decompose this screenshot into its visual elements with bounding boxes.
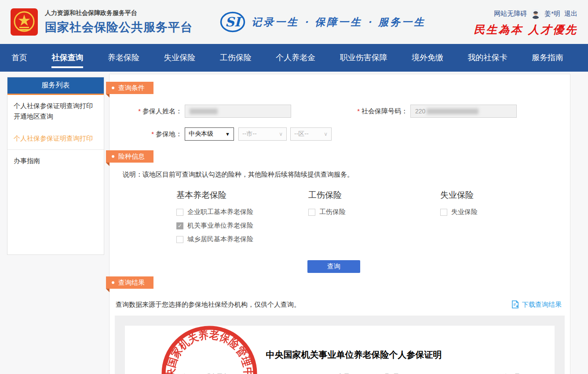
nav-item-injury[interactable]: 工伤保险 xyxy=(220,44,252,72)
tag-bullet-icon xyxy=(112,155,114,158)
section-title: 查询条件 xyxy=(118,84,145,92)
certificate-paper: 中央国家机关养老保险管理中心 中央国家机关事业单位养老保险个人参保证明 证明单位… xyxy=(125,326,555,374)
brand-slogan: 记录一生 · 保障一生 · 服务一生 xyxy=(252,15,426,29)
chevron-down-icon: ∨ xyxy=(324,131,328,137)
svg-text:SI: SI xyxy=(225,15,242,29)
section-tag-query-results: 查询结果 xyxy=(106,276,153,289)
username-text[interactable]: 姜*明 xyxy=(544,10,560,18)
required-star: * xyxy=(357,107,360,115)
sidebar-title: 服务列表 xyxy=(7,77,104,95)
checkbox-unchecked[interactable] xyxy=(176,209,183,216)
red-official-stamp: 中央国家机关养老保险管理中心 xyxy=(159,323,260,374)
insurance-groups: 基本养老保险 企业职工基本养老保险 ✓ 机关事业单位养老保险 城乡居民基本养老保… xyxy=(110,189,570,249)
download-document-icon xyxy=(511,300,520,309)
redacted-ssn-value xyxy=(427,109,478,114)
province-select[interactable]: 中央本级▼ xyxy=(185,127,234,141)
main-nav: 首页 社保查询 养老保险 失业保险 工伤保险 个人养老金 职业伤害保障 境外免缴… xyxy=(0,44,588,72)
name-input[interactable] xyxy=(185,105,291,118)
ssn-field-label: *社会保障号码： xyxy=(291,107,408,116)
user-row: 网站无障碍 姜*明 退出 xyxy=(494,9,577,19)
logout-link[interactable]: 退出 xyxy=(564,10,577,18)
tag-fold-decoration xyxy=(106,94,110,98)
site-title-block: 人力资源和社会保障政务服务平台 国家社会保险公共服务平台 xyxy=(45,9,193,35)
query-button[interactable]: 查询 xyxy=(307,260,360,273)
option-enterprise-pension: 企业职工基本养老保险 xyxy=(176,208,308,216)
platform-title: 国家社会保险公共服务平台 xyxy=(45,19,193,35)
section-title: 查询结果 xyxy=(118,279,145,287)
nav-item-home[interactable]: 首页 xyxy=(11,44,27,72)
insurance-note: 说明：该地区目前可查询默认勾选的险种，其他险种后续将陆续提供查询服务。 xyxy=(123,171,570,179)
section-tag-insurance-info: 险种信息 xyxy=(106,150,153,163)
checkbox-unchecked[interactable] xyxy=(440,209,447,216)
result-source-note: 查询数据来源于您选择的参保地社保经办机构，仅供个人查询。 xyxy=(116,301,300,309)
ssn-value-prefix: 220 xyxy=(415,108,425,115)
user-avatar[interactable] xyxy=(531,9,541,19)
download-results-link[interactable]: 下载查询结果 xyxy=(511,300,562,309)
tag-fold-decoration xyxy=(106,289,110,292)
header-right: 网站无障碍 姜*明 退出 民生為本 人才優先 xyxy=(474,7,577,37)
page-header: 人力资源和社会保障政务服务平台 国家社会保险公共服务平台 SI 记录一生 · 保… xyxy=(0,0,588,44)
group-title: 基本养老保险 xyxy=(176,189,308,201)
required-star: * xyxy=(138,107,141,115)
si-logo-icon: SI xyxy=(220,11,245,33)
district-select[interactable]: --区--∨ xyxy=(290,127,332,141)
nav-item-personal-pension[interactable]: 个人养老金 xyxy=(276,44,315,72)
group-title: 工伤保险 xyxy=(308,189,440,201)
tag-bullet-icon xyxy=(112,281,114,284)
checkbox-unchecked[interactable] xyxy=(308,209,315,216)
sidebar-item-guide[interactable]: 办事指南 xyxy=(7,149,104,172)
nav-item-pension[interactable]: 养老保险 xyxy=(108,44,139,72)
group-basic-pension: 基本养老保险 企业职工基本养老保险 ✓ 机关事业单位养老保险 城乡居民基本养老保… xyxy=(176,189,308,249)
required-star: * xyxy=(151,130,154,138)
option-gov-institution-pension: ✓ 机关事业单位养老保险 xyxy=(176,221,308,230)
redacted-name-value xyxy=(190,109,218,114)
certificate-preview-area: 中央国家机关养老保险管理中心 中央国家机关事业单位养老保险个人参保证明 证明单位… xyxy=(115,316,565,374)
section-title: 险种信息 xyxy=(118,153,145,161)
checkbox-checked[interactable]: ✓ xyxy=(176,222,183,229)
main-content: 查询条件 *参保人姓名： *社会保障号码： 220 *参保地： 中央本级▼ --… xyxy=(109,74,570,374)
nav-item-unemployment[interactable]: 失业保险 xyxy=(164,44,195,72)
svg-text:中央国家机关养老保险管理中心: 中央国家机关养老保险管理中心 xyxy=(164,328,255,374)
option-unemployment: 失业保险 xyxy=(440,208,478,216)
query-form: *参保人姓名： *社会保障号码： 220 *参保地： 中央本级▼ --市--∨ … xyxy=(110,94,570,141)
area-field-label: *参保地： xyxy=(110,130,182,138)
national-emblem-logo xyxy=(11,8,38,36)
tag-bullet-icon xyxy=(112,87,114,89)
city-select[interactable]: --市--∨ xyxy=(238,127,287,141)
nav-item-occupational-injury[interactable]: 职业伤害保障 xyxy=(340,44,387,72)
nav-item-my-card[interactable]: 我的社保卡 xyxy=(468,44,508,72)
tag-fold-decoration xyxy=(106,163,110,166)
sidebar-item-cert-print[interactable]: 个人社保参保证明查询打印 xyxy=(7,127,104,149)
chevron-down-icon: ▼ xyxy=(225,131,230,137)
chevron-down-icon: ∨ xyxy=(279,131,283,137)
group-unemployment: 失业保险 失业保险 xyxy=(440,189,478,249)
accessibility-link[interactable]: 网站无障碍 xyxy=(494,10,527,18)
sidebar-item-open-regions[interactable]: 个人社保参保证明查询打印开通地区查询 xyxy=(7,95,104,127)
nav-item-overseas-exemption[interactable]: 境外免缴 xyxy=(412,44,443,72)
nav-item-service-guide[interactable]: 服务指南 xyxy=(532,44,563,72)
platform-subtitle: 人力资源和社会保障政务服务平台 xyxy=(45,9,193,17)
service-sidebar: 服务列表 个人社保参保证明查询打印开通地区查询 个人社保参保证明查询打印 办事指… xyxy=(7,77,104,255)
option-urban-rural-pension: 城乡居民基本养老保险 xyxy=(176,235,308,243)
checkbox-unchecked[interactable] xyxy=(176,236,183,243)
red-calligraphy-slogan: 民生為本 人才優先 xyxy=(474,22,577,37)
group-title: 失业保险 xyxy=(440,189,478,201)
si-brand-block: SI 记录一生 · 保障一生 · 服务一生 xyxy=(220,11,426,33)
nav-item-shebao-query[interactable]: 社保查询 xyxy=(51,44,83,72)
ssn-input[interactable]: 220 xyxy=(410,105,517,118)
section-tag-query-conditions: 查询条件 xyxy=(106,82,153,94)
option-work-injury: 工伤保险 xyxy=(308,208,440,216)
name-field-label: *参保人姓名： xyxy=(110,107,182,116)
group-work-injury: 工伤保险 工伤保险 xyxy=(308,189,440,249)
